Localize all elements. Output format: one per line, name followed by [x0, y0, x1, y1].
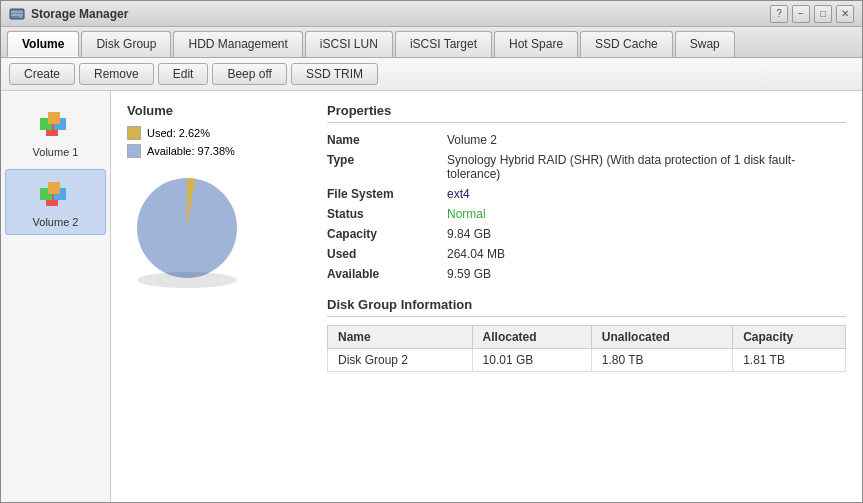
titlebar-controls: ? − □ ✕: [770, 5, 854, 23]
col-header-capacity: Capacity: [733, 326, 846, 349]
maximize-button[interactable]: □: [814, 5, 832, 23]
volume2-icon: [36, 176, 76, 212]
svg-rect-2: [11, 14, 23, 16]
properties-title: Properties: [327, 103, 846, 123]
svg-rect-1: [11, 11, 23, 13]
pie-chart: [127, 168, 247, 288]
volume1-icon: [36, 106, 76, 142]
sidebar-volume2-label: Volume 2: [33, 216, 79, 228]
create-button[interactable]: Create: [9, 63, 75, 85]
svg-point-13: [137, 272, 237, 288]
cell-name: Disk Group 2: [328, 349, 473, 372]
tab-iscsi-lun[interactable]: iSCSI LUN: [305, 31, 393, 57]
sidebar-item-volume1[interactable]: Volume 1: [5, 99, 106, 165]
prop-label-status: Status: [327, 207, 447, 221]
tab-volume[interactable]: Volume: [7, 31, 79, 57]
volume-viz: Volume Used: 2.62% Available: 97.38%: [127, 103, 307, 372]
close-button[interactable]: ✕: [836, 5, 854, 23]
prop-value-status: Normal: [447, 207, 846, 221]
prop-row-available: Available 9.59 GB: [327, 267, 846, 281]
properties-panel: Properties Name Volume 2 Type Synology H…: [307, 103, 846, 372]
prop-row-used: Used 264.04 MB: [327, 247, 846, 261]
prop-label-filesystem: File System: [327, 187, 447, 201]
disk-group-section: Disk Group Information Name Allocated Un…: [327, 297, 846, 372]
app-icon: [9, 6, 25, 22]
col-header-allocated: Allocated: [472, 326, 591, 349]
legend-available: Available: 97.38%: [127, 144, 307, 158]
right-panel: Volume Used: 2.62% Available: 97.38%: [111, 91, 862, 502]
prop-row-name: Name Volume 2: [327, 133, 846, 147]
svg-rect-7: [48, 112, 60, 124]
prop-value-used: 264.04 MB: [447, 247, 846, 261]
used-label: Used: 2.62%: [147, 127, 210, 139]
volume-legend: Used: 2.62% Available: 97.38%: [127, 126, 307, 158]
col-header-unallocated: Unallocated: [591, 326, 732, 349]
disk-group-title: Disk Group Information: [327, 297, 846, 317]
titlebar-left: Storage Manager: [9, 6, 128, 22]
ssd-trim-button[interactable]: SSD TRIM: [291, 63, 378, 85]
table-header-row: Name Allocated Unallocated Capacity: [328, 326, 846, 349]
prop-label-used: Used: [327, 247, 447, 261]
prop-row-type: Type Synology Hybrid RAID (SHR) (With da…: [327, 153, 846, 181]
prop-value-capacity: 9.84 GB: [447, 227, 846, 241]
sidebar-item-volume2[interactable]: Volume 2: [5, 169, 106, 235]
available-label: Available: 97.38%: [147, 145, 235, 157]
prop-value-type: Synology Hybrid RAID (SHR) (With data pr…: [447, 153, 846, 181]
volume-section-title: Volume: [127, 103, 307, 118]
prop-label-type: Type: [327, 153, 447, 167]
cell-allocated: 10.01 GB: [472, 349, 591, 372]
prop-value-filesystem: ext4: [447, 187, 846, 201]
used-color-swatch: [127, 126, 141, 140]
tabs-bar: Volume Disk Group HDD Management iSCSI L…: [1, 27, 862, 58]
sidebar-volume1-label: Volume 1: [33, 146, 79, 158]
edit-button[interactable]: Edit: [158, 63, 209, 85]
toolbar: Create Remove Edit Beep off SSD TRIM: [1, 58, 862, 91]
titlebar: Storage Manager ? − □ ✕: [1, 1, 862, 27]
sidebar: Volume 1 Volume 2: [1, 91, 111, 502]
tab-swap[interactable]: Swap: [675, 31, 735, 57]
minimize-button[interactable]: −: [792, 5, 810, 23]
cell-capacity: 1.81 TB: [733, 349, 846, 372]
prop-label-capacity: Capacity: [327, 227, 447, 241]
prop-row-filesystem: File System ext4: [327, 187, 846, 201]
tab-disk-group[interactable]: Disk Group: [81, 31, 171, 57]
tab-ssd-cache[interactable]: SSD Cache: [580, 31, 673, 57]
prop-row-status: Status Normal: [327, 207, 846, 221]
tab-hot-spare[interactable]: Hot Spare: [494, 31, 578, 57]
beep-off-button[interactable]: Beep off: [212, 63, 286, 85]
svg-rect-11: [48, 182, 60, 194]
table-row[interactable]: Disk Group 2 10.01 GB 1.80 TB 1.81 TB: [328, 349, 846, 372]
tab-hdd-management[interactable]: HDD Management: [173, 31, 302, 57]
col-header-name: Name: [328, 326, 473, 349]
main-content: Volume 1 Volume 2 Volume: [1, 91, 862, 502]
prop-row-capacity: Capacity 9.84 GB: [327, 227, 846, 241]
remove-button[interactable]: Remove: [79, 63, 154, 85]
available-color-swatch: [127, 144, 141, 158]
help-button[interactable]: ?: [770, 5, 788, 23]
svg-point-3: [20, 16, 22, 18]
prop-value-available: 9.59 GB: [447, 267, 846, 281]
prop-label-available: Available: [327, 267, 447, 281]
cell-unallocated: 1.80 TB: [591, 349, 732, 372]
prop-value-name: Volume 2: [447, 133, 846, 147]
tab-iscsi-target[interactable]: iSCSI Target: [395, 31, 492, 57]
prop-label-name: Name: [327, 133, 447, 147]
legend-used: Used: 2.62%: [127, 126, 307, 140]
storage-manager-window: Storage Manager ? − □ ✕ Volume Disk Grou…: [0, 0, 863, 503]
disk-group-table: Name Allocated Unallocated Capacity Disk…: [327, 325, 846, 372]
window-title: Storage Manager: [31, 7, 128, 21]
